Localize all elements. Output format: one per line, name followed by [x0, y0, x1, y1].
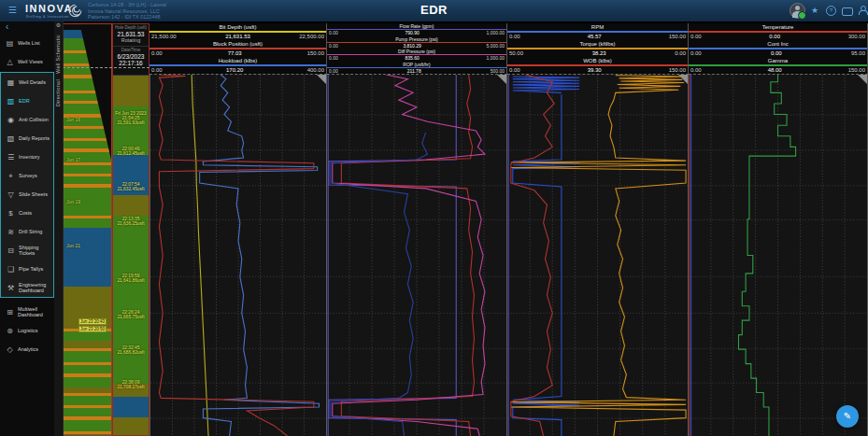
track-plot-depth-block-hookload[interactable]: [149, 74, 327, 436]
vertical-tab-directional[interactable]: Directional: [55, 79, 61, 106]
curve-header-temperature[interactable]: Temperature0.000.00300.00: [689, 23, 867, 40]
curve-title: Hookload (klbs): [149, 57, 326, 66]
avatar-head: [795, 6, 800, 10]
daily-reports-icon: ▧: [6, 134, 16, 143]
date-value: 6/23/2023: [113, 53, 149, 60]
track-header-flow-pump-diff-rop: Flow Rate (gpm)0.00790.901,000.00Pump Pr…: [327, 23, 507, 74]
curve-header-rop-usft-hr[interactable]: ROP (usft/hr)0.00211.78500.00: [327, 62, 506, 75]
gridlines: [327, 75, 506, 436]
gridlines: [507, 75, 688, 436]
sidebar-item-edr[interactable]: ▥EDR: [1, 91, 53, 110]
sidebar-item-daily-reports[interactable]: ▧Daily Reports: [1, 129, 53, 148]
sidebar-item-analytics[interactable]: ◇Analytics: [0, 340, 54, 359]
curve-value: 3,810.29: [403, 43, 420, 49]
folded-corner: [858, 75, 867, 84]
activity-band: [64, 396, 111, 405]
gridlines: [150, 75, 326, 436]
curve-scale: 0.0045.57150.00: [507, 33, 688, 40]
sidebar-item-shipping-tickets[interactable]: ⊟Shipping Tickets: [1, 241, 53, 260]
time-depth-label: 22:32:4521,686.82usft: [113, 345, 149, 355]
curve-min: 0.00: [151, 50, 163, 56]
sidebar-item-logistics[interactable]: ⊛Logistics: [0, 321, 54, 340]
sidebar-item-inventory[interactable]: ☰Inventory: [1, 148, 53, 166]
sidebar-collapse-icon[interactable]: ‹: [0, 21, 54, 34]
vertical-tab-well-schematic[interactable]: Well Schematic: [55, 35, 61, 74]
timeline-activity-row: [113, 195, 149, 216]
curve-max: 150.00: [848, 67, 865, 73]
curve-value: 39.30: [588, 67, 602, 73]
track-plot-temp-inc-gamma[interactable]: [689, 74, 868, 436]
sidebar-item-costs[interactable]: $Costs: [1, 204, 53, 222]
help-icon[interactable]: ?: [826, 6, 836, 16]
sidebar-top-group: ▤Wells List△Well Views: [0, 34, 54, 71]
sidebar-item-anti-collision[interactable]: ◉Anti Collision: [1, 110, 53, 129]
overview-marker-label: Jun 23 20:43: [78, 318, 107, 325]
wells-list-icon: ▤: [5, 39, 15, 48]
activity-overview-strip[interactable]: Jun 16Jun 17Jun 19Jun 21Jun 23 20:43Jun …: [63, 23, 112, 436]
curve-max: 1,000.00: [487, 30, 505, 35]
account-icon[interactable]: [858, 6, 866, 14]
sidebar-item-label: EDR: [19, 98, 30, 105]
anti-collision-icon: ◉: [6, 116, 16, 124]
edit-fab[interactable]: ✎: [836, 405, 859, 428]
rig-name: Patterson 142 - IDI TX 0122448: [88, 14, 166, 21]
sidebar-item-surveys[interactable]: ⌖Surveys: [1, 166, 53, 185]
curve-header-diff-pressure-psi[interactable]: Diff Pressure (psi)0.00835.601,000.00: [327, 49, 506, 62]
sidebar-item-label: Anti Collision: [19, 117, 49, 123]
curve-title: Flow Rate (gpm): [327, 23, 506, 30]
edr-icon: ▥: [6, 97, 16, 105]
curve-header-hookload-klbs[interactable]: Hookload (klbs)0.00170.20400.00: [149, 57, 326, 74]
sidebar-item-wells-list[interactable]: ▤Wells List: [0, 34, 54, 52]
rop-trace: [331, 133, 428, 436]
curve-title: Bit Depth (usft): [149, 23, 326, 33]
hamburger-menu-icon[interactable]: ☰: [8, 6, 17, 15]
curve-header-bit-depth-usft[interactable]: Bit Depth (usft)21,500.0021,631.5322,500…: [149, 23, 326, 40]
analytics-icon: ◇: [5, 345, 15, 354]
user-avatar[interactable]: [790, 3, 805, 19]
gear-icon[interactable]: ⚙: [54, 21, 63, 29]
curve-header-flow-rate-gpm[interactable]: Flow Rate (gpm)0.00790.901,000.00: [327, 23, 506, 36]
sidebar-item-multiwell-dashboard[interactable]: ⊞Multiwell Dashboard: [0, 302, 54, 321]
curve-min: 0.00: [690, 34, 702, 39]
track-plot-flow-pump-diff-rop[interactable]: [327, 74, 507, 436]
flow-rate-line-trace: [329, 75, 456, 436]
sidebar-item-well-details[interactable]: ▦Well Details: [1, 73, 53, 91]
time-depth-label-depth: 21,591.93usft: [113, 120, 149, 125]
sidebar-item-label: Multiwell Dashboard: [18, 306, 52, 318]
curve-max: 150.00: [669, 67, 686, 73]
curve-min: 0.00: [329, 68, 338, 74]
activity-band: [64, 165, 111, 174]
sidebar-item-drill-string[interactable]: ≋Drill String: [1, 222, 53, 241]
activity-band: [64, 228, 111, 287]
sidebar-item-slide-sheets[interactable]: ▽Slide Sheets: [1, 185, 53, 204]
well-details-icon: ▦: [6, 78, 16, 87]
sidebar-item-engineering-dashboard[interactable]: ⚒Engineering Dashboard: [1, 278, 53, 297]
curve-header-rpm[interactable]: RPM0.0045.57150.00: [507, 23, 688, 40]
sidebar-item-label: Slide Sheets: [19, 191, 48, 198]
pipe-tallys-icon: ❏: [6, 265, 16, 274]
curve-scale: 0.0048.00150.00: [689, 66, 867, 74]
time-depth-label: 22:26:2421,665.75usft: [113, 310, 149, 319]
curve-header-pump-pressure-psi[interactable]: Pump Pressure (psi)0.003,810.295,000.00: [327, 36, 506, 49]
curve-header-wob-klbs[interactable]: WOB (klbs)0.0039.30150.00: [507, 57, 688, 74]
chat-icon[interactable]: [842, 7, 853, 16]
time-axis-column[interactable]: Hole Depth (usft) 21,631.53 Rotating Dat…: [112, 23, 149, 436]
block-position-trace: [159, 75, 313, 436]
bit-depth-trace: [192, 75, 208, 436]
multiwell-dashboard-icon: ⊞: [5, 308, 15, 316]
curve-header-block-position-usft[interactable]: Block Position (usft)0.0077.03150.00: [149, 40, 326, 57]
sidebar-item-pipe-tallys[interactable]: ❏Pipe Tallys: [1, 260, 53, 278]
star-icon[interactable]: ★: [811, 6, 818, 15]
plot-canvas: [507, 75, 688, 436]
curve-header-torque-kftlbs[interactable]: Torque (kftlbs)50.0038.230.00: [507, 40, 688, 57]
sidebar-item-well-views[interactable]: △Well Views: [0, 52, 54, 71]
curve-header-cont-inc[interactable]: Cont Inc0.000.0095.00: [689, 40, 867, 57]
hookload-trace: [200, 75, 320, 436]
time-depth-label-depth: 21,665.75usft: [113, 315, 149, 319]
chart-side-tabs: ⚙ Well SchematicDirectional: [54, 21, 64, 436]
track-plot-rpm-torque-wob[interactable]: [507, 74, 689, 436]
sidebar-item-label: Shipping Tickets: [19, 245, 51, 257]
curve-header-gamma[interactable]: Gamma0.0048.00150.00: [689, 57, 867, 74]
overview-date-label: Jun 21: [66, 244, 80, 248]
sidebar-item-label: Pipe Tallys: [19, 266, 43, 273]
